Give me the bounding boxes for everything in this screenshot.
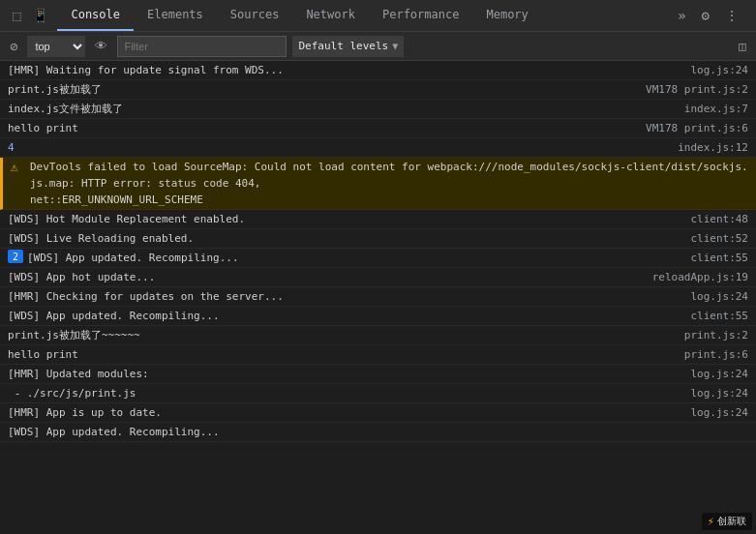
levels-arrow: ▼	[392, 41, 398, 51]
log-row: index.js文件被加载了index.js:7	[0, 100, 756, 119]
tab-sources[interactable]: Sources	[217, 0, 293, 31]
log-row: [WDS] App hot update...reloadApp.js:19	[0, 268, 756, 287]
filter-input[interactable]	[117, 36, 287, 57]
clear-console-icon[interactable]: ⊘	[6, 38, 21, 55]
tab-network[interactable]: Network	[292, 0, 369, 31]
log-text: [WDS] App updated. Recompiling...	[8, 308, 682, 324]
log-text: index.js文件被加载了	[8, 101, 677, 117]
log-text: [WDS] Live Reloading enabled.	[8, 230, 682, 247]
log-source[interactable]: log.js:24	[690, 62, 748, 78]
log-source[interactable]: log.js:24	[690, 366, 748, 382]
log-row: [HMR] Updated modules:log.js:24	[0, 365, 756, 384]
log-source[interactable]: reloadApp.js:19	[652, 269, 748, 285]
log-row: - ./src/js/print.jslog.js:24	[0, 384, 756, 403]
log-row: [WDS] Hot Module Replacement enabled.cli…	[0, 210, 756, 229]
log-text: [HMR] App is up to date.	[8, 404, 682, 421]
log-row: print.js被加载了VM178 print.js:2	[0, 80, 756, 100]
count-badge: 2	[8, 250, 23, 263]
log-source[interactable]: VM178 print.js:6	[646, 120, 748, 136]
device-icon[interactable]: 📱	[29, 6, 51, 25]
log-row: 4index.js:12	[0, 138, 756, 158]
log-row: hello printVM178 print.js:6	[0, 119, 756, 138]
eye-icon[interactable]: 👁	[91, 38, 111, 54]
log-source[interactable]: client:55	[690, 250, 748, 266]
log-text: [WDS] App hot update...	[8, 269, 645, 285]
log-source[interactable]: log.js:24	[690, 288, 748, 305]
log-text: [HMR] Updated modules:	[8, 366, 682, 382]
watermark-icon: ⚡	[708, 515, 714, 528]
log-text: hello print	[8, 346, 677, 363]
log-source[interactable]: index.js:12	[678, 139, 748, 156]
log-source[interactable]: print.js:2	[684, 327, 748, 343]
log-row: [WDS] Live Reloading enabled.client:52	[0, 229, 756, 249]
log-row: hello printprint.js:6	[0, 345, 756, 365]
log-source[interactable]: client:48	[690, 211, 748, 227]
log-text: 4	[8, 139, 670, 156]
tabs-container: Console Elements Sources Network Perform…	[57, 0, 541, 31]
console-toolbar: ⊘ top 👁 Default levels ▼ ◫	[0, 32, 756, 61]
levels-dropdown[interactable]: Default levels ▼	[292, 36, 404, 57]
log-source[interactable]: VM178 print.js:2	[646, 81, 748, 98]
log-text: [HMR] Waiting for update signal from WDS…	[8, 62, 682, 78]
log-text: hello print	[8, 120, 638, 136]
devtools-tabbar: ⬚ 📱 Console Elements Sources Network Per…	[0, 0, 756, 32]
log-text: [WDS] Hot Module Replacement enabled.	[8, 211, 682, 227]
watermark-text: 创新联	[717, 515, 746, 528]
log-text: - ./src/js/print.js	[8, 385, 682, 401]
log-row: [WDS] App updated. Recompiling...	[0, 423, 756, 442]
log-row: ⚠DevTools failed to load SourceMap: Coul…	[0, 158, 756, 210]
log-text: print.js被加载了	[8, 81, 638, 98]
tab-memory[interactable]: Memory	[472, 0, 541, 31]
log-text: [WDS] App updated. Recompiling...	[27, 250, 682, 266]
log-row: print.js被加载了~~~~~~print.js:2	[0, 326, 756, 345]
log-source[interactable]: index.js:7	[684, 101, 748, 117]
log-text: [WDS] App updated. Recompiling...	[8, 424, 748, 440]
console-log-area: [HMR] Waiting for update signal from WDS…	[0, 61, 756, 534]
log-row: [HMR] Waiting for update signal from WDS…	[0, 61, 756, 80]
tab-performance[interactable]: Performance	[369, 0, 472, 31]
levels-label: Default levels	[298, 40, 388, 52]
context-select[interactable]: top	[27, 36, 85, 57]
sidebar-toggle-icon[interactable]: ◫	[735, 38, 750, 54]
tabs-right: » ⚙ ⋮	[672, 6, 752, 25]
log-source[interactable]: client:52	[690, 230, 748, 247]
log-row: 2[WDS] App updated. Recompiling...client…	[0, 249, 756, 268]
log-row: [HMR] App is up to date.log.js:24	[0, 403, 756, 423]
log-row: [HMR] Checking for updates on the server…	[0, 287, 756, 307]
log-text: [HMR] Checking for updates on the server…	[8, 288, 682, 305]
more-tabs-icon[interactable]: »	[672, 6, 691, 25]
more-vert-icon[interactable]: ⋮	[719, 6, 744, 25]
watermark: ⚡ 创新联	[702, 513, 752, 530]
tab-elements[interactable]: Elements	[134, 0, 217, 31]
inspect-icon[interactable]: ⬚	[10, 6, 23, 25]
log-text: print.js被加载了~~~~~~	[8, 327, 677, 343]
settings-icon[interactable]: ⚙	[696, 6, 715, 25]
log-source[interactable]: log.js:24	[690, 385, 748, 401]
log-source[interactable]: client:55	[690, 308, 748, 324]
tab-console[interactable]: Console	[57, 0, 134, 31]
log-source[interactable]: log.js:24	[690, 404, 748, 421]
number-value: 4	[8, 141, 15, 154]
devtools-left-icons: ⬚ 📱	[4, 6, 57, 25]
log-row: [WDS] App updated. Recompiling...client:…	[0, 307, 756, 326]
warn-icon: ⚠	[11, 159, 26, 175]
log-text: DevTools failed to load SourceMap: Could…	[30, 159, 748, 208]
log-source[interactable]: print.js:6	[684, 346, 748, 363]
